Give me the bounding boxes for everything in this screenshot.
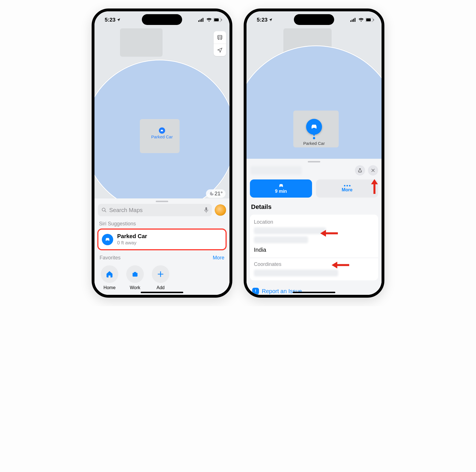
share-button[interactable]	[355, 165, 365, 175]
phone-right: 5:23 Parked Car	[244, 9, 384, 298]
car-icon	[278, 183, 284, 188]
svg-rect-17	[373, 19, 374, 21]
parked-car-map-pin[interactable]: Parked Car	[151, 128, 173, 139]
settings-transit-button[interactable]	[214, 31, 226, 44]
car-icon	[160, 129, 164, 132]
annotation-arrow	[332, 261, 349, 269]
svg-rect-3	[203, 18, 203, 22]
status-bar: 5:23	[247, 11, 382, 28]
parked-car-map-pin[interactable]: Parked Car	[303, 119, 325, 146]
location-services-icon	[117, 18, 121, 22]
svg-rect-5	[214, 18, 219, 21]
locate-me-button[interactable]	[214, 44, 226, 56]
favorite-label: Add	[157, 285, 165, 290]
favorite-label: Home	[104, 285, 116, 290]
location-line2-redacted	[254, 236, 308, 243]
battery-icon	[214, 18, 222, 22]
parked-car-map-label: Parked Car	[151, 134, 173, 139]
location-country: India	[254, 247, 374, 253]
close-button[interactable]	[368, 165, 378, 175]
parked-car-map-label: Parked Car	[303, 141, 325, 146]
report-label: Report an Issue	[262, 288, 302, 295]
cellular-icon	[350, 18, 357, 22]
more-button[interactable]: More	[316, 179, 378, 198]
svg-point-19	[346, 185, 348, 186]
favorite-add[interactable]: Add	[152, 265, 169, 290]
svg-point-7	[218, 38, 219, 38]
map-controls	[214, 31, 226, 56]
cellular-icon	[198, 18, 205, 22]
coordinates-label: Coordinates	[254, 261, 374, 267]
svg-rect-0	[198, 20, 199, 22]
siri-suggestions-header: Siri Suggestions	[99, 221, 225, 227]
svg-rect-14	[355, 18, 355, 22]
home-icon	[106, 270, 113, 278]
details-header: Details	[247, 198, 382, 213]
directions-eta: 9 min	[275, 189, 287, 194]
weather-temp: 21°	[214, 191, 223, 197]
suggestion-title: Parked Car	[117, 233, 147, 240]
more-label: More	[342, 187, 352, 192]
favorites-header: Favorites	[100, 255, 121, 261]
profile-avatar-button[interactable]	[215, 204, 226, 216]
location-services-icon	[269, 18, 273, 22]
close-icon	[371, 168, 375, 173]
search-input[interactable]: Search Maps	[98, 204, 212, 216]
sheet-grabber[interactable]	[308, 161, 320, 162]
svg-rect-10	[205, 207, 207, 211]
transit-icon	[217, 34, 223, 41]
svg-rect-1	[200, 20, 201, 22]
share-icon	[357, 168, 363, 173]
status-time: 5:23	[257, 17, 268, 23]
svg-point-20	[349, 185, 350, 186]
phone-left: 5:23 Pa	[92, 9, 232, 298]
wifi-icon	[358, 18, 364, 22]
ellipsis-icon	[344, 185, 351, 187]
search-icon	[101, 207, 107, 213]
svg-rect-12	[352, 20, 353, 22]
place-title-redacted	[250, 166, 302, 175]
svg-rect-11	[350, 20, 351, 22]
svg-rect-16	[366, 18, 371, 21]
place-card-sheet: 9 min More Details Location India Coordi…	[247, 159, 382, 295]
location-arrow-icon	[217, 47, 223, 53]
wifi-icon	[206, 18, 212, 22]
svg-rect-13	[353, 19, 354, 22]
favorite-label: Work	[130, 285, 140, 290]
location-line1-redacted	[254, 227, 326, 234]
weather-badge[interactable]: 21°	[206, 189, 226, 198]
bottom-sheet: Search Maps Siri Suggestions Parked Car …	[94, 198, 229, 295]
details-card: Location India Coordinates	[250, 215, 378, 280]
coordinates-value-redacted	[254, 270, 338, 276]
status-bar: 5:23	[94, 11, 229, 28]
home-indicator[interactable]	[141, 292, 183, 293]
moon-icon	[209, 191, 214, 196]
favorite-home[interactable]: Home	[101, 265, 118, 290]
favorites-row: Home Work Add	[98, 264, 226, 290]
status-time: 5:23	[105, 17, 115, 23]
report-icon	[254, 289, 258, 293]
suggestion-subtitle: 0 ft away	[117, 240, 147, 246]
plus-icon	[157, 270, 164, 278]
sheet-grabber[interactable]	[156, 201, 168, 202]
battery-icon	[366, 18, 374, 22]
svg-point-18	[344, 185, 345, 186]
directions-button[interactable]: 9 min	[250, 179, 312, 198]
svg-point-8	[220, 38, 221, 38]
microphone-icon[interactable]	[204, 207, 208, 213]
svg-rect-2	[201, 19, 202, 22]
location-label: Location	[254, 219, 374, 225]
svg-rect-6	[221, 19, 222, 21]
car-icon	[104, 236, 111, 243]
favorite-work[interactable]: Work	[126, 265, 144, 290]
home-indicator[interactable]	[293, 292, 335, 293]
car-icon	[310, 122, 318, 131]
favorites-more-button[interactable]: More	[213, 255, 224, 261]
search-placeholder: Search Maps	[109, 207, 143, 213]
siri-suggestion-parked-car[interactable]: Parked Car 0 ft away	[98, 229, 226, 250]
briefcase-icon	[131, 270, 139, 278]
annotation-arrow	[370, 179, 379, 194]
annotation-arrow	[320, 229, 338, 238]
